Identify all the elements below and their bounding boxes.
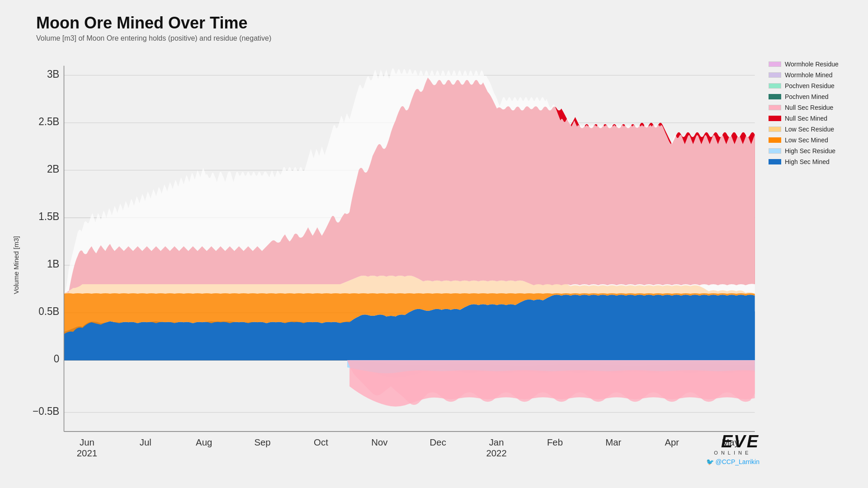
high-sec-mined-label: High Sec Mined	[785, 158, 830, 165]
low-sec-residue-swatch	[769, 127, 781, 132]
svg-text:Nov: Nov	[371, 437, 388, 447]
svg-text:Apr: Apr	[665, 437, 679, 447]
svg-text:Aug: Aug	[196, 437, 212, 447]
high-sec-residue-swatch	[769, 148, 781, 154]
low-sec-residue-label: Low Sec Residue	[785, 126, 834, 133]
twitter-handle: 🐦 @CCP_Larrikin	[706, 458, 760, 465]
high-sec-mined-swatch	[769, 159, 781, 164]
wormhole-mined-label: Wormhole Mined	[785, 71, 833, 79]
svg-text:2B: 2B	[47, 163, 59, 175]
legend-item-wormhole-mined: Wormhole Mined	[769, 71, 854, 79]
legend-item-high-sec-mined: High Sec Mined	[769, 158, 854, 165]
pochven-mined-label: Pochven Mined	[785, 93, 829, 100]
high-sec-residue-label: High Sec Residue	[785, 147, 835, 155]
svg-text:−0.5B: −0.5B	[33, 405, 59, 417]
pochven-residue-swatch	[769, 83, 781, 89]
svg-text:0: 0	[54, 353, 59, 365]
legend-item-low-sec-residue: Low Sec Residue	[769, 126, 854, 133]
eve-online-text: ONLINE	[706, 450, 760, 455]
legend-item-low-sec-mined: Low Sec Mined	[769, 136, 854, 144]
legend-item-wormhole-residue: Wormhole Residue	[769, 61, 854, 68]
svg-text:Mar: Mar	[605, 437, 621, 447]
chart-area: 3B 2.5B 2B 1.5B 1B 0.5B 0 −0.5B Jun 2021…	[27, 52, 764, 479]
svg-text:2022: 2022	[486, 447, 506, 458]
null-sec-mined-swatch	[769, 116, 781, 121]
legend-item-null-sec-residue: Null Sec Residue	[769, 104, 854, 111]
svg-text:Dec: Dec	[430, 437, 446, 447]
eve-logo: EVE	[706, 433, 760, 450]
svg-text:Jul: Jul	[140, 437, 151, 447]
low-sec-mined-swatch	[769, 137, 781, 143]
chart-title: Moon Ore Mined Over Time	[36, 14, 859, 33]
chart-subtitle: Volume [m3] of Moon Ore entering holds (…	[36, 34, 859, 42]
svg-text:Oct: Oct	[314, 437, 328, 447]
svg-text:Sep: Sep	[254, 437, 270, 447]
wormhole-residue-swatch	[769, 61, 781, 67]
wormhole-residue-label: Wormhole Residue	[785, 61, 839, 68]
svg-text:0.5B: 0.5B	[38, 305, 59, 317]
svg-text:Feb: Feb	[547, 437, 563, 447]
svg-text:3B: 3B	[47, 68, 59, 80]
low-sec-mined-label: Low Sec Mined	[785, 136, 828, 144]
null-sec-residue-label: Null Sec Residue	[785, 104, 833, 111]
legend-item-pochven-residue: Pochven Residue	[769, 82, 854, 89]
legend-item-pochven-mined: Pochven Mined	[769, 93, 854, 100]
svg-text:2021: 2021	[77, 447, 97, 458]
null-sec-mined-label: Null Sec Mined	[785, 115, 827, 122]
svg-text:1.5B: 1.5B	[38, 211, 59, 222]
svg-text:Jun: Jun	[80, 437, 94, 447]
legend-item-null-sec-mined: Null Sec Mined	[769, 115, 854, 122]
svg-text:2.5B: 2.5B	[38, 116, 59, 127]
legend-item-high-sec-residue: High Sec Residue	[769, 147, 854, 155]
y-axis-label: Volume Mined [m3]	[9, 52, 23, 479]
wormhole-mined-swatch	[769, 72, 781, 78]
chart-container: Moon Ore Mined Over Time Volume [m3] of …	[0, 0, 868, 488]
svg-text:Jan: Jan	[489, 437, 504, 447]
legend-panel: Wormhole Residue Wormhole Mined Pochven …	[769, 52, 859, 479]
null-sec-residue-swatch	[769, 105, 781, 110]
main-chart-svg: 3B 2.5B 2B 1.5B 1B 0.5B 0 −0.5B Jun 2021…	[27, 52, 764, 479]
svg-text:1B: 1B	[47, 258, 59, 270]
pochven-mined-swatch	[769, 94, 781, 99]
pochven-residue-label: Pochven Residue	[785, 82, 835, 89]
chart-body: Volume Mined [m3]	[9, 52, 859, 479]
